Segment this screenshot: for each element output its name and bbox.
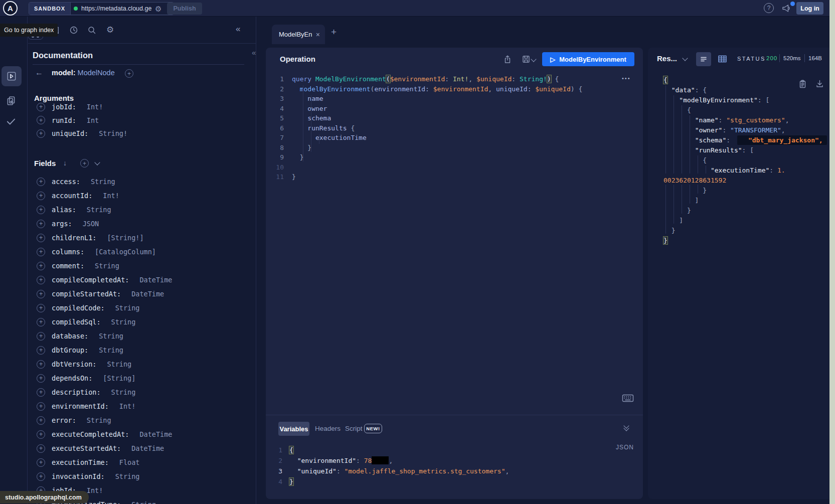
operation-tab[interactable]: ModelByEnvi... × <box>272 25 325 44</box>
stat-separator <box>804 54 805 62</box>
collapse-sidebar-icon[interactable]: « <box>236 24 240 34</box>
login-button[interactable]: Log in <box>796 2 823 15</box>
connection-settings-gear-icon[interactable]: ⚙ <box>155 5 161 13</box>
field-type: JSON <box>83 220 99 228</box>
add-field-to-query-icon[interactable]: + <box>37 178 45 186</box>
response-table-view-toggle[interactable] <box>718 55 727 63</box>
add-field-to-query-icon[interactable]: + <box>37 290 45 298</box>
response-viewer[interactable]: { "data": { "modelByEnvironment": [ { "n… <box>649 75 828 246</box>
field-row[interactable]: +access:String <box>0 175 256 189</box>
field-row[interactable]: +comment:String <box>0 259 256 273</box>
field-row[interactable]: +dependsOn:[String] <box>0 371 256 385</box>
publish-button[interactable]: Publish <box>167 3 202 15</box>
save-operation-icon[interactable] <box>522 55 531 64</box>
sort-fields-icon[interactable]: ↓ <box>63 159 67 167</box>
field-type: [String!] <box>107 234 143 242</box>
graphql-editor[interactable]: 1query ModelByEnvironment($environmentId… <box>266 74 637 182</box>
page-scrollbar[interactable] <box>829 0 835 504</box>
response-dropdown-icon[interactable] <box>683 56 687 60</box>
field-row[interactable]: +database:String <box>0 329 256 343</box>
add-field-to-query-icon[interactable]: + <box>37 388 45 397</box>
add-field-to-query-icon[interactable]: + <box>37 116 45 124</box>
add-field-to-query-icon[interactable]: + <box>37 360 45 369</box>
field-row[interactable]: +alias:String <box>0 203 256 217</box>
argument-row[interactable]: +jobId:Int! <box>0 100 256 114</box>
add-field-to-query-icon[interactable]: + <box>37 103 45 111</box>
field-row[interactable]: +compileCompletedAt:DateTime <box>0 273 256 287</box>
add-field-to-query-icon[interactable]: + <box>37 318 45 326</box>
tab-variables[interactable]: Variables <box>278 422 309 436</box>
add-field-to-query-icon[interactable]: + <box>37 248 45 256</box>
field-type: Int! <box>119 402 136 410</box>
add-fields-button[interactable]: + <box>80 159 89 167</box>
add-field-to-query-icon[interactable]: + <box>37 206 45 214</box>
add-field-to-query-icon[interactable]: + <box>37 444 45 453</box>
help-icon[interactable]: ? <box>764 3 774 13</box>
field-row[interactable]: +executionTime:Float <box>0 455 256 469</box>
line-number: 4 <box>266 476 289 487</box>
response-json-view-toggle[interactable] <box>696 52 711 66</box>
field-row[interactable]: +description:String <box>0 385 256 399</box>
add-all-fields-button[interactable]: + <box>125 69 133 78</box>
share-operation-icon[interactable] <box>503 55 512 64</box>
argument-row[interactable]: +uniqueId:String! <box>0 127 256 140</box>
field-name: childrenL1: <box>52 234 96 242</box>
field-row[interactable]: +dbtGroup:String <box>0 343 256 357</box>
field-name: error: <box>52 416 76 424</box>
save-options-caret-icon[interactable] <box>532 57 536 61</box>
history-icon[interactable] <box>69 26 78 35</box>
field-row[interactable]: +columns:[CatalogColumn] <box>0 245 256 259</box>
field-row[interactable]: +accountId:Int! <box>0 189 256 203</box>
add-field-to-query-icon[interactable]: + <box>37 346 45 355</box>
add-field-to-query-icon[interactable]: + <box>37 262 45 270</box>
field-row[interactable]: +compiledSql:String <box>0 315 256 329</box>
add-field-to-query-icon[interactable]: + <box>37 304 45 312</box>
add-field-to-query-icon[interactable]: + <box>37 374 45 383</box>
field-row[interactable]: +args:JSON <box>0 217 256 231</box>
docs-back-button[interactable]: ← <box>35 68 43 77</box>
add-field-to-query-icon[interactable]: + <box>37 402 45 411</box>
add-field-to-query-icon[interactable]: + <box>37 458 45 467</box>
field-name: uniqueId: <box>52 129 88 137</box>
field-row[interactable]: +executeStartedAt:DateTime <box>0 441 256 455</box>
field-row[interactable]: +dbtVersion:String <box>0 357 256 371</box>
settings-gear-icon[interactable]: ⚙ <box>106 26 114 34</box>
indent-guide <box>682 105 682 174</box>
new-tab-button[interactable]: + <box>331 27 337 38</box>
close-tab-icon[interactable]: × <box>316 31 320 39</box>
keyboard-shortcuts-icon[interactable] <box>622 394 634 402</box>
tab-script[interactable]: Script <box>345 425 363 432</box>
field-row[interactable]: +executeCompletedAt:DateTime <box>0 427 256 441</box>
field-row[interactable]: +compileStartedAt:DateTime <box>0 287 256 301</box>
add-field-to-query-icon[interactable]: + <box>37 472 45 481</box>
add-field-to-query-icon[interactable]: + <box>37 276 45 284</box>
field-row[interactable]: +childrenL1:[String!] <box>0 231 256 245</box>
variables-editor[interactable]: 1{2 "environmentId": 78,3 "uniqueId": "m… <box>266 445 637 487</box>
field-row[interactable]: +environmentId:Int! <box>0 399 256 413</box>
add-field-to-query-icon[interactable]: + <box>37 192 45 200</box>
add-field-to-query-icon[interactable]: + <box>37 332 45 341</box>
field-row[interactable]: +invocationId:String <box>0 469 256 483</box>
apollo-logo[interactable]: A <box>3 1 18 16</box>
add-field-to-query-icon[interactable]: + <box>37 416 45 425</box>
endpoint-url-field[interactable]: https://metadata.cloud.get ⚙ <box>71 3 174 15</box>
field-row[interactable]: +error:String <box>0 413 256 427</box>
field-type: String <box>115 304 140 312</box>
collapse-panel-icon[interactable]: « <box>252 48 256 57</box>
add-field-to-query-icon[interactable]: + <box>37 129 45 138</box>
tab-headers[interactable]: Headers <box>315 425 341 432</box>
argument-row[interactable]: +runId:Int <box>0 114 256 127</box>
fields-add-caret-icon[interactable] <box>95 160 99 164</box>
add-field-to-query-icon[interactable]: + <box>37 430 45 439</box>
search-icon[interactable] <box>87 26 96 35</box>
run-operation-button[interactable]: ▷ ModelByEnvironment <box>542 52 634 66</box>
collapse-variables-icon[interactable] <box>624 424 628 430</box>
indent-guide <box>311 95 311 152</box>
add-field-to-query-icon[interactable]: + <box>37 234 45 242</box>
line-number: 3 <box>266 466 289 476</box>
breadcrumb-type-name[interactable]: ModelNode <box>78 69 115 77</box>
field-name: args: <box>52 220 72 228</box>
add-field-to-query-icon[interactable]: + <box>37 220 45 228</box>
rail-explorer-button[interactable] <box>2 66 22 86</box>
field-row[interactable]: +compiledCode:String <box>0 301 256 315</box>
